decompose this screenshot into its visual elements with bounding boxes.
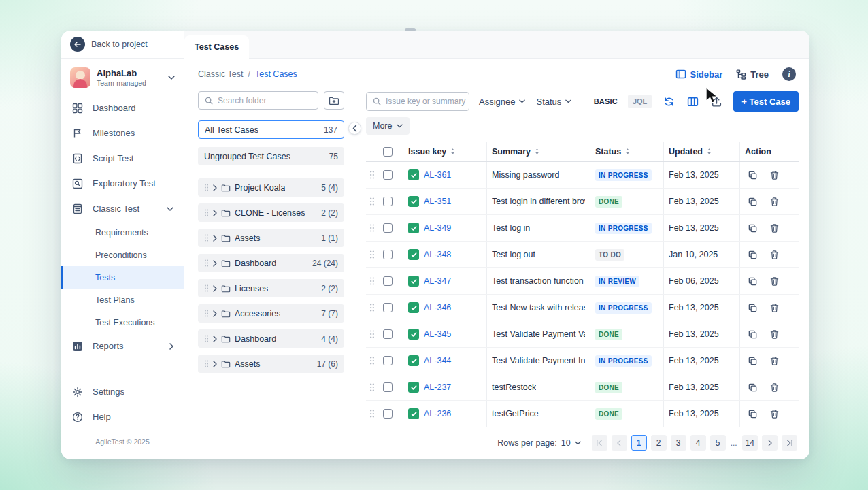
prev-page-button[interactable] xyxy=(612,435,627,451)
folder-tree-item[interactable]: Licenses 2 (2) xyxy=(198,279,344,297)
header-issue-key[interactable]: Issue key xyxy=(403,142,487,161)
sidebar-item-dashboard[interactable]: Dashboard xyxy=(61,95,184,120)
summary-cell[interactable]: Test transaction function xyxy=(487,268,590,294)
summary-cell[interactable]: Test login in different browser xyxy=(487,189,590,214)
page-button-5[interactable]: 5 xyxy=(710,435,726,451)
expand-chevron-icon[interactable] xyxy=(213,310,217,317)
sidebar-item-exploratory-test[interactable]: Exploratory Test xyxy=(61,171,184,196)
next-page-button[interactable] xyxy=(762,435,778,451)
page-button-last-number[interactable]: 14 xyxy=(742,435,758,451)
sort-icon[interactable] xyxy=(625,148,630,155)
sidebar-item-help[interactable]: Help xyxy=(61,404,184,429)
assignee-filter-dropdown[interactable]: Assignee xyxy=(478,94,527,110)
copy-icon[interactable] xyxy=(748,276,758,287)
folder-tree-item[interactable]: Assets 17 (6) xyxy=(198,355,344,373)
folder-ungrouped-test-cases[interactable]: Ungrouped Test Cases 75 xyxy=(198,147,344,165)
expand-chevron-icon[interactable] xyxy=(213,184,217,191)
drag-handle-icon[interactable] xyxy=(366,268,378,294)
row-checkbox[interactable] xyxy=(383,356,393,365)
drag-handle-icon[interactable] xyxy=(204,334,209,343)
row-checkbox[interactable] xyxy=(383,409,393,419)
folder-all-test-cases[interactable]: All Test Cases 137 xyxy=(198,120,344,139)
summary-cell[interactable]: Test New task with release xyxy=(487,295,590,321)
drag-handle-icon[interactable] xyxy=(366,295,378,321)
folder-tree-item[interactable]: Project Koala 5 (4) xyxy=(198,178,344,197)
expand-chevron-icon[interactable] xyxy=(213,210,217,216)
sidebar-item-reports[interactable]: Reports xyxy=(61,333,184,359)
page-button-1[interactable]: 1 xyxy=(631,435,647,451)
sidebar-item-classic-test[interactable]: Classic Test xyxy=(61,196,184,221)
page-button-4[interactable]: 4 xyxy=(690,435,706,451)
copy-icon[interactable] xyxy=(748,303,758,313)
folder-tree-item[interactable]: Accessories 7 (7) xyxy=(198,304,344,323)
project-switcher[interactable]: AlphaLab Team-managed xyxy=(61,59,184,94)
copy-icon[interactable] xyxy=(748,409,758,419)
drag-handle-icon[interactable] xyxy=(204,183,209,192)
sidebar-item-test-executions[interactable]: Test Executions xyxy=(61,311,184,333)
folder-tree-item[interactable]: CLONE - Licenses 2 (2) xyxy=(198,203,344,222)
drag-handle-icon[interactable] xyxy=(204,284,209,293)
info-icon[interactable]: i xyxy=(782,67,796,81)
header-summary[interactable]: Summary xyxy=(487,142,590,161)
row-checkbox[interactable] xyxy=(383,170,393,180)
sidebar-item-preconditions[interactable]: Preconditions xyxy=(61,244,184,266)
sort-icon[interactable] xyxy=(450,148,455,155)
row-checkbox[interactable] xyxy=(383,197,393,206)
trash-icon[interactable] xyxy=(769,409,780,419)
sidebar-item-script-test[interactable]: Script Test xyxy=(61,146,184,171)
header-status[interactable]: Status xyxy=(590,142,664,161)
back-to-project-button[interactable]: Back to project xyxy=(61,31,184,59)
expand-chevron-icon[interactable] xyxy=(213,235,217,242)
summary-cell[interactable]: Test Validate Payment Valid C xyxy=(487,321,590,347)
sidebar-item-settings[interactable]: Settings xyxy=(61,379,184,404)
trash-icon[interactable] xyxy=(769,197,780,207)
issue-key-link[interactable]: AL-348 xyxy=(424,250,451,259)
issue-key-link[interactable]: AL-347 xyxy=(424,276,451,286)
expand-chevron-icon[interactable] xyxy=(213,285,217,292)
copy-icon[interactable] xyxy=(748,197,758,207)
sort-icon[interactable] xyxy=(535,148,539,155)
tree-view-button[interactable]: Tree xyxy=(736,69,769,80)
basic-mode-toggle[interactable]: BASIC xyxy=(594,97,618,105)
sidebar-item-milestones[interactable]: Milestones xyxy=(61,120,184,146)
page-button-3[interactable]: 3 xyxy=(671,435,686,451)
summary-cell[interactable]: Test Validate Payment Invalid xyxy=(487,348,590,374)
sort-icon[interactable] xyxy=(707,148,712,155)
trash-icon[interactable] xyxy=(769,356,780,366)
row-checkbox[interactable] xyxy=(383,303,393,312)
drag-handle-icon[interactable] xyxy=(366,321,378,347)
jql-mode-toggle[interactable]: JQL xyxy=(628,95,652,108)
sidebar-item-tests[interactable]: Tests xyxy=(61,266,184,289)
summary-cell[interactable]: Test log out xyxy=(487,242,590,267)
collapse-panel-button[interactable] xyxy=(348,122,361,135)
page-button-2[interactable]: 2 xyxy=(651,435,667,451)
copy-icon[interactable] xyxy=(748,382,758,393)
issue-key-link[interactable]: AL-361 xyxy=(424,170,451,180)
trash-icon[interactable] xyxy=(769,382,780,393)
sidebar-item-test-plans[interactable]: Test Plans xyxy=(61,289,184,311)
copy-icon[interactable] xyxy=(748,170,758,180)
drag-handle-icon[interactable] xyxy=(204,259,209,267)
summary-cell[interactable]: Test log in xyxy=(487,215,590,241)
drag-handle-icon[interactable] xyxy=(366,242,378,267)
summary-cell[interactable]: testGetPrice xyxy=(487,401,590,427)
more-filters-dropdown[interactable]: More xyxy=(366,117,410,135)
drag-handle-icon[interactable] xyxy=(366,401,378,427)
drag-handle-icon[interactable] xyxy=(204,233,209,242)
drag-handle-icon[interactable] xyxy=(366,374,378,400)
trash-icon[interactable] xyxy=(769,276,780,287)
expand-chevron-icon[interactable] xyxy=(213,260,217,267)
expand-chevron-icon[interactable] xyxy=(213,361,217,368)
issue-key-link[interactable]: AL-351 xyxy=(424,197,451,206)
issue-key-link[interactable]: AL-349 xyxy=(424,223,451,233)
add-folder-button[interactable] xyxy=(324,91,344,110)
new-test-case-button[interactable]: + Test Case xyxy=(733,91,799,112)
sidebar-toggle-button[interactable]: Sidebar xyxy=(675,69,723,80)
trash-icon[interactable] xyxy=(769,303,780,313)
issue-search-input[interactable]: Issue key or summary xyxy=(366,92,469,111)
folder-tree-item[interactable]: Dashboard 24 (24) xyxy=(198,254,344,272)
sidebar-item-requirements[interactable]: Requirements xyxy=(61,221,184,244)
drag-handle-icon[interactable] xyxy=(204,359,209,368)
issue-key-link[interactable]: AL-236 xyxy=(424,409,451,419)
copy-icon[interactable] xyxy=(748,356,758,366)
